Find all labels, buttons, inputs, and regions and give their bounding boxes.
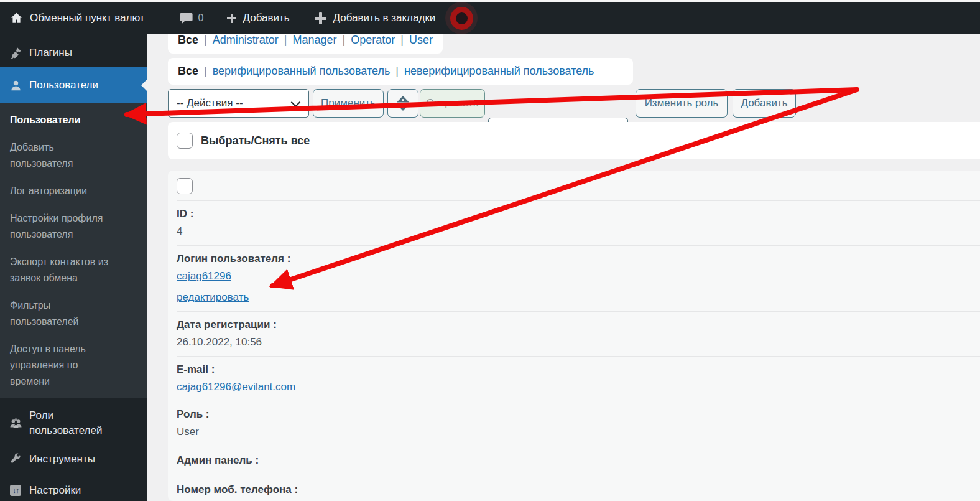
role-label: Роль :	[177, 408, 980, 421]
role-value: User	[177, 425, 980, 438]
separator: |	[204, 65, 207, 78]
chevron-down-icon	[291, 98, 301, 108]
separator: |	[342, 34, 345, 47]
bulk-actions-value: -- Действия --	[177, 97, 243, 110]
user-icon	[9, 78, 22, 92]
separator: |	[284, 34, 287, 47]
email-label: E-mail :	[177, 363, 980, 376]
add-new-button[interactable]: Добавить	[227, 12, 289, 24]
role-filter-all[interactable]: Все	[178, 34, 198, 47]
admin-bar: Обменный пункт валют 0 Добавить Добавить…	[0, 2, 980, 34]
add-new-label: Добавить	[243, 12, 289, 24]
role-filter-operator[interactable]: Operator	[351, 34, 395, 47]
record-ring	[450, 7, 473, 30]
save-button[interactable]: Сохранить	[420, 89, 485, 118]
id-value: 4	[177, 225, 980, 238]
add-user-button[interactable]: Добавить	[733, 89, 796, 118]
user-id-row: ID : 4	[177, 200, 980, 245]
site-home-link[interactable]: Обменный пункт валют	[10, 12, 145, 25]
home-icon	[10, 12, 23, 25]
window-edge	[0, 0, 980, 2]
submenu-item-user-filters[interactable]: Фильтры пользователей	[10, 297, 117, 330]
submenu-item-export-contacts[interactable]: Экспорт контактов из заявок обмена	[10, 254, 117, 286]
regdate-value: 26.10.2022, 10:56	[177, 335, 980, 349]
site-title: Обменный пункт валют	[30, 12, 145, 24]
bulk-actions-select[interactable]: -- Действия --	[168, 89, 309, 118]
submenu-item-add-user[interactable]: Добавить пользователя	[10, 139, 117, 172]
user-login-row: Логин пользователя : cajag61296 редактир…	[177, 245, 980, 311]
plugin-icon	[9, 46, 22, 60]
verification-filter-verified[interactable]: верифицированный пользователь	[213, 65, 391, 78]
submenu-item-auth-log[interactable]: Лог авторизации	[10, 183, 117, 199]
select-all-checkbox[interactable]	[177, 133, 193, 149]
sidebar-item-settings[interactable]: ↓↑ Настройки	[0, 483, 147, 498]
sidebar-item-label: Инструменты	[29, 452, 122, 467]
role-filter-administrator[interactable]: Administrator	[213, 34, 279, 47]
verification-filter-card: Все | верифицированный пользователь | не…	[168, 58, 633, 85]
comment-icon	[180, 12, 193, 24]
separator: |	[395, 65, 399, 78]
submenu-item-profile-settings[interactable]: Настройки профиля пользователя	[10, 210, 117, 243]
user-row-checkbox[interactable]	[177, 178, 193, 194]
apply-label: Применить	[321, 97, 376, 110]
comments-button[interactable]: 0	[180, 12, 204, 24]
role-filter-manager[interactable]: Manager	[292, 34, 336, 47]
apply-button[interactable]: Применить	[313, 89, 384, 118]
groups-icon	[9, 416, 22, 430]
users-submenu: Пользователи Добавить пользователя Лог а…	[0, 103, 147, 398]
separator: |	[204, 34, 207, 47]
admin-sidebar: Плагины Пользователи Пользователи Добави…	[0, 34, 147, 501]
sidebar-item-users[interactable]: Пользователи	[0, 67, 147, 103]
regdate-label: Дата регистрации :	[177, 318, 980, 331]
user-adminpanel-row: Админ панель :	[177, 446, 980, 475]
add-label: Добавить	[741, 97, 787, 110]
phone-label: Номер моб. телефона :	[177, 483, 980, 496]
select-all-row: Выбрать/Снять все	[168, 122, 980, 159]
submenu-item-users[interactable]: Пользователи	[10, 112, 117, 128]
sort-icon	[396, 95, 410, 111]
email-link[interactable]: cajag61296@evilant.com	[177, 380, 295, 393]
user-regdate-row: Дата регистрации : 26.10.2022, 10:56	[177, 311, 980, 356]
sidebar-item-label: Пользователи	[29, 78, 122, 93]
wrench-icon	[9, 452, 22, 466]
sort-order-button[interactable]	[387, 89, 418, 118]
add-bookmark-button[interactable]: Добавить в закладки	[315, 12, 436, 24]
user-phone-row: Номер моб. телефона :	[177, 475, 980, 501]
sidebar-item-roles[interactable]: Роли пользователей	[0, 408, 147, 438]
login-label: Логин пользователя :	[177, 252, 980, 265]
verification-filter-all[interactable]: Все	[178, 65, 198, 78]
record-indicator-icon[interactable]	[445, 2, 478, 34]
select-all-label: Выбрать/Снять все	[201, 134, 310, 147]
id-label: ID :	[177, 207, 980, 220]
sidebar-item-label: Настройки	[29, 483, 122, 498]
user-role-row: Роль : User	[177, 401, 980, 446]
save-label: Сохранить	[426, 97, 478, 110]
sidebar-item-tools[interactable]: Инструменты	[0, 452, 147, 467]
sidebar-item-label: Плагины	[29, 45, 122, 60]
login-link[interactable]: cajag61296	[177, 269, 231, 283]
sidebar-item-label: Роли пользователей	[29, 408, 122, 438]
role-filter-user[interactable]: User	[409, 34, 433, 47]
change-role-button[interactable]: Изменить роль	[636, 89, 728, 118]
user-card: ID : 4 Логин пользователя : cajag61296 р…	[168, 171, 980, 501]
user-email-row: E-mail : cajag61296@evilant.com	[177, 356, 980, 401]
comment-count: 0	[198, 12, 204, 24]
settings-icon: ↓↑	[9, 484, 22, 497]
plus-icon	[227, 14, 236, 23]
sidebar-item-plugins[interactable]: Плагины	[0, 39, 147, 67]
verification-filter-unverified[interactable]: неверифицированный пользователь	[404, 65, 594, 78]
submenu-item-panel-access[interactable]: Доступ в панель управления по времени	[10, 341, 117, 390]
separator: |	[400, 34, 404, 47]
add-bookmark-label: Добавить в закладки	[333, 12, 436, 24]
adminpanel-label: Админ панель :	[177, 454, 980, 467]
plus-icon	[315, 12, 326, 24]
change-role-label: Изменить роль	[645, 97, 719, 110]
edit-user-link[interactable]: редактировать	[177, 291, 249, 304]
